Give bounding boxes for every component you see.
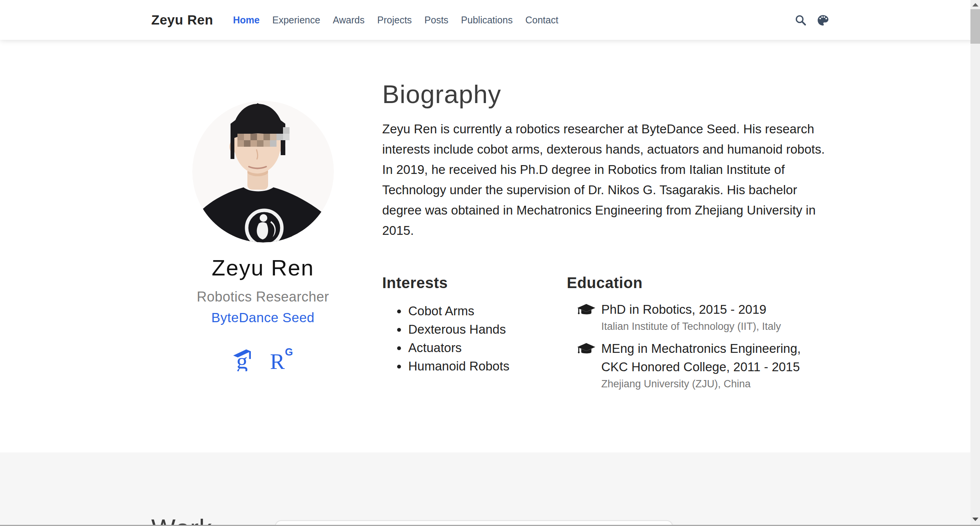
- nav-item-publications[interactable]: Publications: [461, 15, 513, 25]
- degree: MEng in Mechatronics Engineering, CKC Ho…: [601, 339, 825, 376]
- arrow-up-icon: [972, 3, 978, 7]
- nav-item-home[interactable]: Home: [233, 15, 260, 25]
- nav-item-projects[interactable]: Projects: [377, 15, 412, 25]
- profile-role: Robotics Researcher: [151, 288, 375, 305]
- graduation-cap-icon: [577, 342, 596, 357]
- interests-block: Interests Cobot Arms Dexterous Hands Act…: [382, 274, 567, 397]
- education-item: MEng in Mechatronics Engineering, CKC Ho…: [567, 339, 825, 391]
- nav-item-posts[interactable]: Posts: [424, 15, 448, 25]
- nav-menu: Home Experience Awards Projects Posts Pu…: [233, 15, 558, 26]
- interest-item: Dexterous Hands: [407, 320, 567, 339]
- researchgate-icon[interactable]: R G: [269, 347, 294, 371]
- interests-list: Cobot Arms Dexterous Hands Actuators Hum…: [382, 302, 567, 375]
- svg-text:G: G: [285, 347, 293, 358]
- avatar: [192, 101, 334, 243]
- education-block: Education PhD in Robotics, 2015 - 2019 I…: [567, 274, 825, 397]
- arrow-down-icon: [972, 518, 978, 521]
- biography-heading: Biography: [382, 80, 825, 109]
- interest-item: Humanoid Robots: [407, 357, 567, 375]
- vertical-scrollbar[interactable]: [970, 0, 980, 526]
- education-item: PhD in Robotics, 2015 - 2019 Italian Ins…: [567, 300, 825, 333]
- interest-item: Actuators: [407, 339, 567, 357]
- site-brand[interactable]: Zeyu Ren: [151, 12, 213, 28]
- profile-name: Zeyu Ren: [151, 256, 375, 280]
- profile-organization-link[interactable]: ByteDance Seed: [211, 309, 315, 326]
- scrollbar-thumb[interactable]: [970, 9, 980, 44]
- experience-section: Work: [0, 452, 980, 526]
- nav-item-experience[interactable]: Experience: [272, 15, 320, 25]
- biography-section: Biography Zeyu Ren is currently a roboti…: [382, 40, 825, 397]
- interests-heading: Interests: [382, 274, 567, 292]
- nav-item-contact[interactable]: Contact: [525, 15, 558, 25]
- graduation-cap-icon: [577, 303, 596, 318]
- institution: Italian Institute of Technology (IIT), I…: [601, 320, 825, 333]
- svg-text:R: R: [270, 349, 285, 371]
- navbar: Zeyu Ren Home Experience Awards Projects…: [0, 0, 980, 40]
- nav-item-awards[interactable]: Awards: [333, 15, 365, 25]
- scroll-up-button[interactable]: [970, 0, 980, 8]
- biography-text: Zeyu Ren is currently a robotics researc…: [382, 119, 825, 241]
- profile-sidebar: Zeyu Ren Robotics Researcher ByteDance S…: [151, 40, 375, 371]
- search-icon[interactable]: [795, 14, 807, 26]
- institution: Zhejiang University (ZJU), China: [601, 377, 825, 391]
- social-links: g R G: [151, 347, 375, 371]
- scroll-down-button[interactable]: [970, 515, 980, 524]
- education-heading: Education: [567, 274, 825, 292]
- palette-icon[interactable]: [817, 14, 829, 26]
- degree: PhD in Robotics, 2015 - 2019: [601, 300, 825, 319]
- google-scholar-icon[interactable]: g: [232, 347, 257, 371]
- work-heading: Work: [151, 514, 212, 526]
- interest-item: Cobot Arms: [407, 302, 567, 320]
